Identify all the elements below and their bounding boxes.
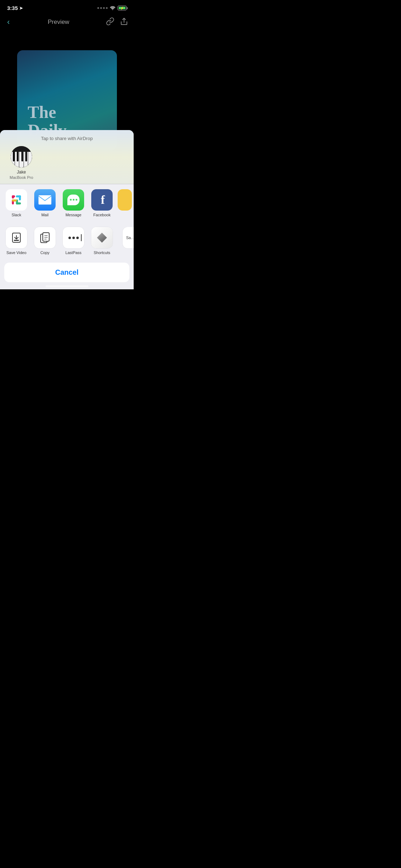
action-partial[interactable]: Sa… [118, 227, 134, 255]
share-app-more[interactable] [118, 189, 132, 217]
save-video-label: Save Video [6, 250, 26, 255]
action-lastpass[interactable]: LastPass [61, 227, 86, 255]
nav-actions [106, 17, 128, 27]
lastpass-icon [63, 227, 84, 248]
mail-app-icon [34, 189, 56, 211]
share-app-slack[interactable]: Slack [4, 189, 29, 217]
nav-bar: ‹ Preview [0, 13, 134, 32]
nav-title: Preview [48, 19, 69, 26]
action-row: Save Video Copy LastPass [0, 222, 134, 260]
slack-app-icon [6, 189, 27, 211]
link-icon[interactable] [106, 17, 114, 27]
lastpass-label: LastPass [65, 250, 81, 255]
share-app-facebook[interactable]: f Facebook [89, 189, 115, 217]
svg-rect-7 [12, 199, 17, 201]
back-button[interactable]: ‹ [6, 16, 11, 28]
copy-icon [34, 227, 56, 248]
facebook-f-letter: f [101, 193, 105, 207]
device-type: MacBook Pro [10, 175, 33, 180]
status-right: ⚡ [97, 5, 127, 11]
action-save-video[interactable]: Save Video [4, 227, 29, 255]
facebook-app-icon: f [91, 189, 113, 211]
airdrop-hint: Tap to share with AirDrop [7, 136, 127, 141]
airdrop-section[interactable]: Tap to share with AirDrop [0, 130, 134, 184]
svg-rect-4 [19, 195, 21, 200]
share-app-message[interactable]: Message [61, 189, 86, 217]
partial-action-icon: Sa… [123, 227, 134, 248]
wifi-icon [110, 5, 115, 11]
status-bar: 3:35 ➤ ⚡ [0, 0, 134, 13]
partial-label: Sa… [126, 236, 134, 240]
bubble-dots [70, 199, 77, 201]
svg-rect-12 [43, 233, 49, 241]
app-row: Slack Mail Message [0, 184, 134, 222]
save-video-icon [6, 227, 27, 248]
share-icon[interactable] [120, 17, 128, 27]
status-left: 3:35 ➤ [7, 5, 23, 11]
action-copy[interactable]: Copy [32, 227, 58, 255]
copy-label: Copy [40, 250, 50, 255]
slack-label: Slack [12, 213, 21, 217]
message-app-icon [63, 189, 84, 211]
battery-icon: ⚡ [118, 6, 127, 10]
svg-rect-2 [12, 195, 15, 197]
device-avatar [11, 146, 32, 167]
location-icon: ➤ [19, 6, 23, 11]
home-indicator [46, 285, 88, 287]
message-label: Message [66, 213, 82, 217]
cancel-section: Cancel [0, 260, 134, 289]
share-sheet: Tap to share with AirDrop [0, 130, 134, 289]
svg-rect-6 [16, 202, 21, 204]
cancel-button[interactable]: Cancel [4, 263, 129, 282]
mail-label: Mail [41, 213, 48, 217]
share-app-mail[interactable]: Mail [32, 189, 58, 217]
shortcuts-icon [91, 227, 113, 248]
svg-rect-10 [14, 240, 19, 241]
signal-icon [97, 7, 108, 9]
device-name: Jake [17, 170, 26, 175]
time-display: 3:35 [7, 5, 18, 11]
more-app-icon [118, 189, 132, 211]
action-shortcuts[interactable]: Shortcuts [89, 227, 115, 255]
svg-rect-8 [38, 195, 51, 205]
bubble-shape [67, 195, 79, 205]
shortcuts-label: Shortcuts [94, 250, 110, 255]
facebook-label: Facebook [93, 213, 110, 217]
airdrop-device[interactable]: Jake MacBook Pro [7, 146, 36, 180]
